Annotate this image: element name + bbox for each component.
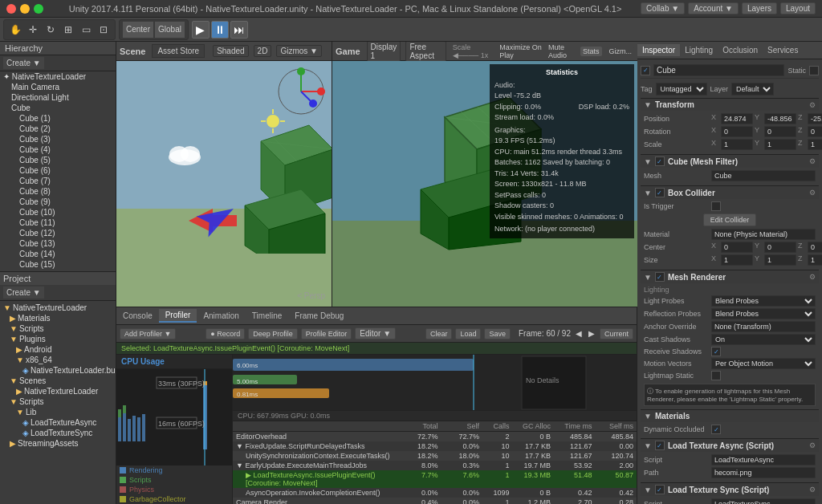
hierarchy-item-cube5[interactable]: Cube (5) [0, 155, 116, 165]
transform-tool[interactable]: ⊡ [96, 22, 112, 38]
project-item-bundle[interactable]: ◈ NativeTextureLoader.bundle [0, 365, 116, 376]
hierarchy-item-cube11[interactable]: Cube (11) [0, 217, 116, 228]
mesh-value[interactable]: Cube [711, 170, 816, 181]
center-z[interactable] [808, 242, 822, 253]
hand-tool[interactable]: ✋ [7, 22, 23, 38]
meshfilter-toggle[interactable]: ✓ [655, 156, 665, 166]
lightmapstatic-checkbox[interactable] [711, 371, 721, 380]
game-stats-button[interactable]: Stats [580, 47, 602, 56]
tab-framedebug[interactable]: Frame Debug [288, 310, 350, 322]
scene-view[interactable]: < Persp [116, 61, 332, 307]
rot-x[interactable] [721, 126, 753, 137]
project-item-android[interactable]: ▶ Android [0, 344, 116, 355]
record-button[interactable]: ● Record [206, 328, 245, 339]
size-x[interactable] [721, 254, 753, 266]
layers-button[interactable]: Layers [742, 2, 777, 14]
add-profiler-button[interactable]: Add Profiler ▼ [120, 328, 176, 339]
project-item-native[interactable]: ▼ NativeTextureLoader [0, 303, 116, 313]
transform-settings-icon[interactable]: ⚙ [809, 101, 816, 109]
asset-store-tab[interactable]: Asset Store [152, 44, 205, 58]
profiler-row-earlyupdate[interactable]: ▼ EarlyUpdate.ExecuteMainThreadJobs 8.0%… [233, 461, 637, 470]
prev-frame[interactable]: ◀ [574, 329, 584, 338]
minimize-button[interactable] [20, 4, 30, 14]
cpu-rendering-item[interactable]: Rendering [116, 465, 232, 475]
hierarchy-create-button[interactable]: Create ▼ [3, 57, 44, 69]
transform-component[interactable]: ▼ Transform ⚙ [641, 98, 819, 111]
deep-profile-button[interactable]: Deep Profile [248, 328, 298, 339]
loadtexturesync-settings-icon[interactable]: ⚙ [809, 486, 816, 494]
pivot-button[interactable]: Center [123, 22, 153, 38]
rect-tool[interactable]: ▭ [78, 22, 94, 38]
cpu-scripts-item[interactable]: Scripts [116, 475, 232, 485]
hierarchy-item-cube3[interactable]: Cube (3) [0, 134, 116, 144]
profiler-row-unitycontext[interactable]: UnitySynchronizationContext.ExecuteTasks… [233, 451, 637, 461]
box-collider-component[interactable]: ▼ ✓ Box Collider ⚙ [641, 185, 819, 199]
hierarchy-item-cube6[interactable]: Cube (6) [0, 165, 116, 176]
tag-dropdown[interactable]: Untagged [656, 83, 707, 96]
pause-button[interactable]: ⏸ [211, 21, 229, 39]
mesh-filter-component[interactable]: ▼ ✓ Cube (Mesh Filter) ⚙ [641, 154, 819, 168]
scale-x[interactable] [721, 139, 753, 150]
materials-component[interactable]: ▼ Materials [641, 409, 819, 422]
istrigger-checkbox[interactable] [711, 201, 721, 211]
loadtexturesync-toggle[interactable]: ✓ [655, 485, 665, 494]
hierarchy-item-cube10[interactable]: Cube (10) [0, 207, 116, 217]
collab-button[interactable]: Collab ▼ [641, 2, 685, 14]
scene-tab[interactable]: Scene [120, 47, 145, 56]
game-mute-button[interactable]: Mute Audio [548, 43, 576, 59]
account-button[interactable]: Account ▼ [688, 2, 739, 14]
size-y[interactable] [764, 254, 796, 266]
tab-inspector[interactable]: Inspector [637, 44, 680, 56]
project-item-lib[interactable]: ▼ Lib [0, 407, 116, 417]
boxcollider-settings-icon[interactable]: ⚙ [809, 189, 816, 197]
profiler-row-asyncop[interactable]: AsyncOperation.InvokeCompletionEvent() 0… [233, 488, 637, 498]
castshadows-select[interactable]: On [711, 334, 816, 345]
meshfilter-settings-icon[interactable]: ⚙ [809, 157, 816, 165]
game-display-button[interactable]: Display 1 [367, 42, 401, 62]
rotate-tool[interactable]: ↻ [43, 22, 59, 38]
hierarchy-item-cube[interactable]: Cube [0, 103, 116, 113]
center-y[interactable] [764, 242, 796, 253]
project-item-scripts[interactable]: ▼ Scripts [0, 323, 116, 334]
project-item-nativescene[interactable]: ▶ NativeTextureLoader [0, 386, 116, 396]
tab-console[interactable]: Console [116, 310, 159, 322]
hierarchy-item-maincamera[interactable]: Main Camera [0, 82, 116, 92]
motion-select[interactable]: Per Object Motion [711, 358, 816, 369]
loadtextureasync-settings-icon[interactable]: ⚙ [809, 441, 816, 449]
space-button[interactable]: Global [155, 22, 185, 38]
maximize-button[interactable] [34, 4, 43, 14]
rot-z[interactable] [808, 126, 822, 137]
hierarchy-item-cube8[interactable]: Cube (8) [0, 186, 116, 197]
pos-z[interactable] [808, 113, 822, 124]
loadtextureasync-toggle[interactable]: ✓ [655, 441, 665, 450]
hierarchy-item-cube13[interactable]: Cube (13) [0, 238, 116, 249]
tab-occlusion[interactable]: Occlusion [718, 44, 763, 56]
scale-y[interactable] [764, 139, 796, 150]
layout-button[interactable]: Layout [780, 2, 816, 14]
scene-2d-button[interactable]: 2D [254, 45, 272, 57]
script-async-value[interactable]: LoadTextureAsync [711, 454, 816, 465]
project-item-x86[interactable]: ▼ x86_64 [0, 355, 116, 365]
tab-services[interactable]: Services [763, 44, 803, 56]
hierarchy-item-cube7[interactable]: Cube (7) [0, 176, 116, 186]
profile-editor-button[interactable]: Profile Editor [301, 328, 352, 339]
mesh-renderer-component[interactable]: ▼ ✓ Mesh Renderer ⚙ [641, 270, 819, 283]
hierarchy-item-cube9[interactable]: Cube (9) [0, 197, 116, 207]
hierarchy-item-native[interactable]: ✦ NativeTextureLoader [0, 71, 116, 82]
close-button[interactable] [6, 4, 16, 14]
hierarchy-item-directionallight[interactable]: Directional Light [0, 92, 116, 103]
size-z[interactable] [808, 254, 822, 266]
light-probes-select[interactable]: Blend Probes [711, 295, 816, 307]
hierarchy-item-cube14[interactable]: Cube (14) [0, 249, 116, 259]
path-async-input[interactable] [711, 467, 816, 478]
receiveshadows-checkbox[interactable]: ✓ [711, 347, 721, 356]
project-item-loadsync[interactable]: ◈ LoadTextureSync [0, 428, 116, 438]
game-tab[interactable]: Game [336, 47, 360, 56]
tab-lighting[interactable]: Lighting [680, 44, 718, 56]
project-item-plugins[interactable]: ▼ Plugins [0, 334, 116, 344]
project-item-loadasync[interactable]: ◈ LoadTextureAsync [0, 417, 116, 428]
static-toggle[interactable] [809, 66, 819, 75]
scene-mode-button[interactable]: Shaded [213, 45, 248, 57]
layer-dropdown[interactable]: Default [731, 83, 774, 96]
scale-z[interactable] [808, 139, 822, 150]
